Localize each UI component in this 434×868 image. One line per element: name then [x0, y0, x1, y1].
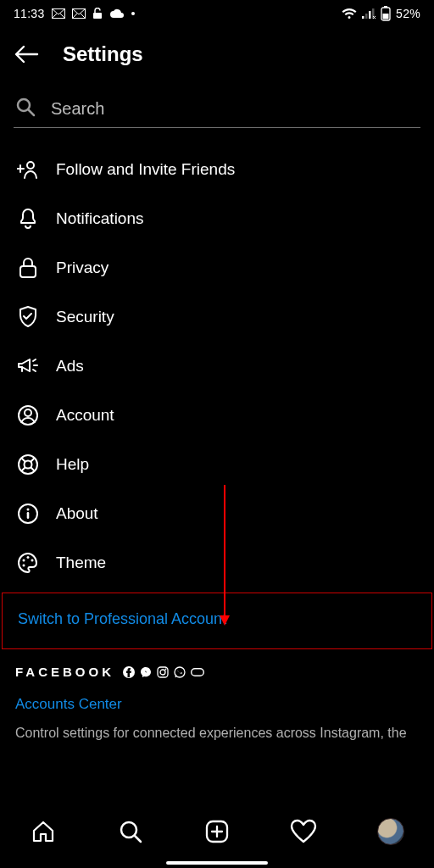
messenger-icon	[140, 666, 152, 678]
signal-icon	[362, 8, 376, 19]
home-icon	[31, 819, 56, 844]
plus-square-icon	[204, 819, 230, 844]
battery-percent: 52%	[396, 7, 420, 20]
lock-open-icon	[92, 8, 103, 19]
svg-rect-20	[27, 512, 30, 519]
svg-point-27	[160, 670, 165, 675]
search-input[interactable]	[49, 98, 419, 120]
help-icon	[17, 453, 39, 476]
switch-professional-row[interactable]: Switch to Professional Account	[2, 593, 432, 649]
menu-item-account[interactable]: Account	[0, 391, 434, 440]
palette-icon	[17, 552, 39, 574]
annotation-arrow-icon	[224, 485, 225, 624]
oculus-icon	[191, 668, 204, 676]
svg-rect-5	[369, 11, 371, 19]
nav-activity[interactable]	[287, 815, 320, 849]
whatsapp-icon	[174, 666, 186, 678]
svg-point-12	[27, 162, 34, 169]
nav-profile[interactable]	[374, 815, 408, 849]
menu-label: About	[56, 504, 98, 523]
svg-point-28	[165, 668, 167, 670]
bell-icon	[17, 208, 39, 230]
status-left: 11:33	[14, 7, 135, 20]
svg-point-24	[23, 565, 25, 567]
account-icon	[17, 404, 39, 426]
menu-item-privacy[interactable]: Privacy	[0, 243, 434, 292]
nav-search[interactable]	[114, 815, 147, 849]
facebook-brand: FACEBOOK	[15, 665, 114, 679]
svg-rect-2	[93, 13, 102, 19]
status-right: 52%	[342, 6, 420, 21]
status-bar: 11:33 52%	[0, 0, 434, 25]
menu-label: Security	[56, 308, 114, 326]
menu-label: Privacy	[56, 259, 108, 277]
menu-label: Ads	[56, 357, 84, 376]
svg-rect-3	[362, 16, 364, 19]
search-icon	[118, 819, 143, 844]
battery-icon	[381, 6, 391, 21]
wifi-icon	[342, 8, 357, 19]
more-dot-icon	[131, 12, 135, 15]
svg-rect-4	[365, 14, 368, 19]
instagram-icon	[157, 666, 169, 678]
facebook-brand-row: FACEBOOK	[15, 665, 419, 679]
home-indicator	[166, 861, 268, 865]
facebook-section: FACEBOOK Accounts Center Control setting…	[0, 649, 434, 743]
settings-menu: Follow and Invite Friends Notifications …	[0, 133, 434, 587]
nav-home[interactable]	[26, 815, 60, 849]
menu-item-help[interactable]: Help	[0, 440, 434, 489]
menu-item-about[interactable]: About	[0, 489, 434, 538]
switch-professional-link[interactable]: Switch to Professional Account	[18, 610, 226, 627]
menu-label: Theme	[56, 554, 106, 572]
status-time: 11:33	[14, 7, 45, 20]
menu-item-follow[interactable]: Follow and Invite Friends	[0, 145, 434, 194]
svg-point-19	[27, 509, 30, 511]
svg-point-15	[25, 409, 31, 416]
menu-item-security[interactable]: Security	[0, 292, 434, 342]
menu-label: Account	[56, 406, 114, 425]
avatar	[377, 818, 404, 845]
facebook-brand-icons	[123, 666, 204, 678]
info-icon	[17, 503, 39, 525]
accounts-center-description: Control settings for connected experienc…	[15, 725, 419, 743]
menu-item-theme[interactable]: Theme	[0, 538, 434, 587]
lock-icon	[17, 257, 39, 279]
mail-icon	[52, 8, 65, 19]
shield-icon	[17, 306, 39, 328]
mail-icon	[72, 8, 86, 19]
svg-rect-13	[20, 266, 36, 277]
nav-create[interactable]	[200, 815, 234, 849]
menu-label: Help	[56, 455, 89, 474]
accounts-center-link[interactable]: Accounts Center	[15, 696, 419, 713]
svg-point-21	[23, 559, 25, 562]
heart-icon	[290, 819, 317, 844]
svg-line-32	[135, 836, 141, 842]
settings-header: Settings	[0, 25, 434, 75]
svg-rect-26	[158, 667, 168, 677]
megaphone-icon	[17, 355, 39, 377]
bottom-nav	[0, 800, 434, 868]
menu-item-ads[interactable]: Ads	[0, 342, 434, 391]
cloud-icon	[109, 8, 125, 19]
back-button[interactable]	[14, 44, 39, 64]
menu-label: Follow and Invite Friends	[56, 160, 235, 179]
svg-point-23	[31, 559, 34, 562]
follow-icon	[17, 159, 39, 181]
fb-f-icon	[123, 666, 135, 678]
svg-rect-9	[383, 14, 389, 19]
svg-line-11	[29, 110, 35, 116]
search-row[interactable]	[14, 97, 420, 128]
svg-rect-30	[192, 668, 204, 676]
arrow-left-icon	[14, 44, 39, 64]
page-title: Settings	[63, 42, 143, 66]
menu-item-notifications[interactable]: Notifications	[0, 194, 434, 243]
svg-rect-8	[384, 6, 387, 8]
svg-point-22	[27, 556, 30, 559]
menu-label: Notifications	[56, 209, 144, 228]
search-icon	[15, 97, 36, 120]
